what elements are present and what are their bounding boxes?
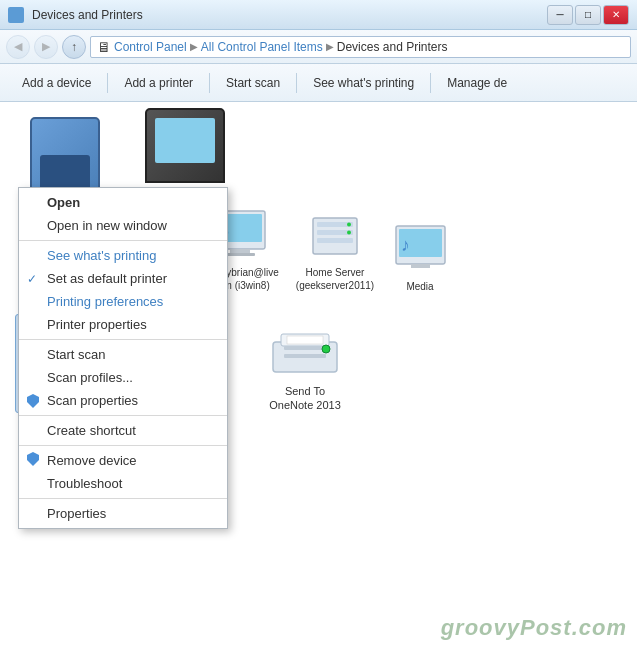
watermark: groovyPost.com (441, 615, 627, 641)
ctx-properties[interactable]: Properties (19, 502, 227, 525)
device-homeserver[interactable]: Home Server(geekserver2011) (295, 206, 375, 292)
device-media[interactable]: ♪ Media (390, 221, 450, 292)
homeserver-label: Home Server(geekserver2011) (296, 266, 374, 292)
path-sep-1: ▶ (190, 41, 198, 52)
svg-rect-36 (287, 336, 323, 344)
up-button[interactable]: ↑ (62, 35, 86, 59)
svg-rect-35 (284, 354, 326, 358)
address-bar: ◀ ▶ ↑ 🖥 Control Panel ▶ All Control Pane… (0, 30, 637, 64)
svg-point-14 (347, 223, 351, 227)
ctx-troubleshoot[interactable]: Troubleshoot (19, 472, 227, 495)
svg-point-15 (347, 231, 351, 235)
media-icon: ♪ (393, 221, 448, 281)
onenote-icon (269, 324, 341, 384)
media-label: Media (406, 281, 433, 292)
device-onenote[interactable]: Send ToOneNote 2013 (255, 324, 355, 413)
svg-rect-13 (317, 238, 353, 243)
address-path[interactable]: 🖥 Control Panel ▶ All Control Panel Item… (90, 36, 631, 58)
top-devices-row: SURFACE (0, 102, 637, 197)
title-bar-controls: ─ □ ✕ (547, 5, 629, 25)
forward-button[interactable]: ▶ (34, 35, 58, 59)
title-bar: Devices and Printers ─ □ ✕ (0, 0, 637, 30)
path-all-items[interactable]: All Control Panel Items (201, 40, 323, 54)
main-content: SURFACE ♪ JX-PC:box: (0, 102, 637, 661)
svg-rect-34 (284, 346, 326, 350)
svg-point-37 (322, 345, 330, 353)
path-control-panel[interactable]: Control Panel (114, 40, 187, 54)
address-icon: 🖥 (97, 39, 111, 55)
device-tablet[interactable] (15, 117, 115, 197)
manage-button[interactable]: Manage de (435, 68, 519, 98)
ctx-start-scan[interactable]: Start scan (19, 343, 227, 366)
svg-rect-8 (225, 253, 255, 256)
toolbar-divider-2 (209, 73, 210, 93)
add-device-button[interactable]: Add a device (10, 68, 103, 98)
see-printing-button[interactable]: See what's printing (301, 68, 426, 98)
ctx-printing-prefs[interactable]: Printing preferences (19, 290, 227, 313)
homeserver-icon (305, 206, 365, 266)
path-devices: Devices and Printers (337, 40, 448, 54)
shield-icon-scan (27, 394, 39, 408)
toolbar-divider-1 (107, 73, 108, 93)
window-title: Devices and Printers (32, 8, 143, 22)
ctx-sep-4 (19, 445, 227, 446)
window-icon (8, 7, 24, 23)
ctx-sep-3 (19, 415, 227, 416)
ctx-sep-1 (19, 240, 227, 241)
device-laptop[interactable]: SURFACE (135, 108, 235, 197)
ctx-scan-props[interactable]: Scan properties (19, 389, 227, 412)
onenote-label: Send ToOneNote 2013 (269, 384, 341, 413)
ctx-create-shortcut[interactable]: Create shortcut (19, 419, 227, 442)
shield-icon-remove (27, 452, 39, 469)
svg-rect-7 (230, 249, 250, 253)
ctx-scan-profiles[interactable]: Scan profiles... (19, 366, 227, 389)
svg-rect-18 (411, 264, 430, 268)
back-button[interactable]: ◀ (6, 35, 30, 59)
close-button[interactable]: ✕ (603, 5, 629, 25)
start-scan-button[interactable]: Start scan (214, 68, 292, 98)
toolbar: Add a device Add a printer Start scan Se… (0, 64, 637, 102)
ctx-open-new-window[interactable]: Open in new window (19, 214, 227, 237)
ctx-see-printing[interactable]: See what's printing (19, 244, 227, 267)
add-printer-button[interactable]: Add a printer (112, 68, 205, 98)
ctx-sep-5 (19, 498, 227, 499)
ctx-remove-device[interactable]: Remove device (19, 449, 227, 472)
laptop-icon (145, 108, 225, 183)
path-sep-2: ▶ (326, 41, 334, 52)
tablet-icon (30, 117, 100, 197)
maximize-button[interactable]: □ (575, 5, 601, 25)
title-bar-left: Devices and Printers (8, 7, 143, 23)
ctx-printer-props[interactable]: Printer properties (19, 313, 227, 336)
ctx-open[interactable]: Open (19, 191, 227, 214)
ctx-default-printer[interactable]: Set as default printer (19, 267, 227, 290)
toolbar-divider-3 (296, 73, 297, 93)
ctx-sep-2 (19, 339, 227, 340)
minimize-button[interactable]: ─ (547, 5, 573, 25)
toolbar-divider-4 (430, 73, 431, 93)
svg-text:♪: ♪ (401, 235, 410, 255)
context-menu: Open Open in new window See what's print… (18, 187, 228, 529)
